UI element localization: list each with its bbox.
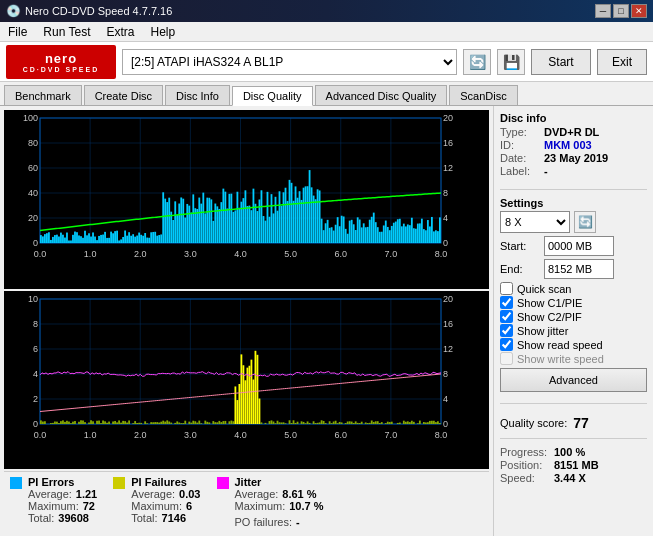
tab-create-disc[interactable]: Create Disc: [84, 85, 163, 105]
speed-label2: Speed:: [500, 472, 550, 484]
progress-section: Progress: 100 % Position: 8151 MB Speed:…: [500, 446, 647, 485]
pi-failures-max-label: Maximum:: [131, 500, 182, 512]
speed-select[interactable]: 8 X 4 X 2 X MAX: [500, 211, 570, 233]
advanced-button[interactable]: Advanced: [500, 368, 647, 392]
menu-bar: File Run Test Extra Help: [0, 22, 653, 42]
close-button[interactable]: ✕: [631, 4, 647, 18]
menu-extra[interactable]: Extra: [102, 24, 138, 40]
svg-rect-0: [10, 477, 22, 489]
show-c2pif-label: Show C2/PIF: [517, 311, 582, 323]
position-label: Position:: [500, 459, 550, 471]
jitter-avg-label: Average:: [235, 488, 279, 500]
main-content: PI Errors Average: 1.21 Maximum: 72 Tota…: [0, 106, 653, 536]
jitter-max-label: Maximum:: [235, 500, 286, 512]
tab-advanced-disc-quality[interactable]: Advanced Disc Quality: [315, 85, 448, 105]
quick-scan-row: Quick scan: [500, 282, 647, 295]
quality-score-value: 77: [573, 415, 589, 431]
end-mb-row: End:: [500, 259, 647, 279]
pi-errors-max-label: Maximum:: [28, 500, 79, 512]
disc-info-title: Disc info: [500, 112, 647, 124]
show-write-speed-checkbox[interactable]: [500, 352, 513, 365]
show-c1pie-label: Show C1/PIE: [517, 297, 582, 309]
jitter-label: Jitter: [235, 476, 324, 488]
disc-id-label: ID:: [500, 139, 540, 151]
app-icon: 💿: [6, 4, 21, 18]
menu-help[interactable]: Help: [147, 24, 180, 40]
pi-failures-label: PI Failures: [131, 476, 200, 488]
pi-failures-stats: PI Failures Average: 0.03 Maximum: 6 Tot…: [113, 476, 200, 528]
minimize-button[interactable]: ─: [595, 4, 611, 18]
progress-row: Progress: 100 %: [500, 446, 647, 458]
pi-errors-total-val: 39608: [58, 512, 89, 524]
tab-scan-disc[interactable]: ScanDisc: [449, 85, 517, 105]
speed-refresh-icon[interactable]: 🔄: [574, 211, 596, 233]
settings-title: Settings: [500, 197, 647, 209]
pi-errors-total-label: Total:: [28, 512, 54, 524]
chart1-container: [4, 110, 489, 289]
right-panel: Disc info Type: DVD+R DL ID: MKM 003 Dat…: [493, 106, 653, 536]
jitter-max-val: 10.7 %: [289, 500, 323, 512]
charts-area: PI Errors Average: 1.21 Maximum: 72 Tota…: [0, 106, 493, 536]
disc-type-label: Type:: [500, 126, 540, 138]
disc-label-label: Label:: [500, 165, 540, 177]
divider3: [500, 438, 647, 439]
start-button[interactable]: Start: [531, 49, 591, 75]
position-row: Position: 8151 MB: [500, 459, 647, 471]
disc-date-row: Date: 23 May 2019: [500, 152, 647, 164]
drive-select[interactable]: [2:5] ATAPI iHAS324 A BL1P: [122, 49, 457, 75]
pi-failures-total-val: 7146: [162, 512, 186, 524]
jitter-avg-val: 8.61 %: [282, 488, 316, 500]
show-jitter-checkbox[interactable]: [500, 324, 513, 337]
start-mb-row: Start:: [500, 236, 647, 256]
end-mb-input[interactable]: [544, 259, 614, 279]
tab-disc-quality[interactable]: Disc Quality: [232, 86, 313, 106]
start-mb-label: Start:: [500, 240, 540, 252]
po-failures-val: -: [296, 516, 300, 528]
chart2-container: [4, 291, 489, 470]
maximize-button[interactable]: □: [613, 4, 629, 18]
svg-rect-2: [217, 477, 229, 489]
divider1: [500, 189, 647, 190]
quality-score-row: Quality score: 77: [500, 415, 647, 431]
speed-row: 8 X 4 X 2 X MAX 🔄: [500, 211, 647, 233]
speed-row2: Speed: 3.44 X: [500, 472, 647, 484]
disc-id-value: MKM 003: [544, 139, 592, 151]
pi-errors-label: PI Errors: [28, 476, 97, 488]
disc-date-value: 23 May 2019: [544, 152, 608, 164]
title-bar-text: Nero CD-DVD Speed 4.7.7.16: [25, 5, 172, 17]
divider2: [500, 403, 647, 404]
po-failures-label: PO failures:: [235, 516, 292, 528]
quick-scan-checkbox[interactable]: [500, 282, 513, 295]
jitter-legend: [217, 477, 229, 489]
show-c1pie-row: Show C1/PIE: [500, 296, 647, 309]
start-mb-input[interactable]: [544, 236, 614, 256]
chart2-canvas: [4, 291, 469, 446]
speed-value2: 3.44 X: [554, 472, 586, 484]
nero-logo-text: nero: [45, 51, 77, 66]
tab-benchmark[interactable]: Benchmark: [4, 85, 82, 105]
pi-errors-max-val: 72: [83, 500, 95, 512]
disc-date-label: Date:: [500, 152, 540, 164]
show-c1pie-checkbox[interactable]: [500, 296, 513, 309]
pi-errors-avg-label: Average:: [28, 488, 72, 500]
disc-info-section: Disc info Type: DVD+R DL ID: MKM 003 Dat…: [500, 112, 647, 178]
tabs: Benchmark Create Disc Disc Info Disc Qua…: [0, 82, 653, 106]
exit-button[interactable]: Exit: [597, 49, 647, 75]
menu-file[interactable]: File: [4, 24, 31, 40]
position-value: 8151 MB: [554, 459, 599, 471]
save-button[interactable]: 💾: [497, 49, 525, 75]
show-read-speed-checkbox[interactable]: [500, 338, 513, 351]
toolbar: nero CD·DVD SPEED [2:5] ATAPI iHAS324 A …: [0, 42, 653, 82]
pi-failures-avg-val: 0.03: [179, 488, 200, 500]
menu-run-test[interactable]: Run Test: [39, 24, 94, 40]
tab-disc-info[interactable]: Disc Info: [165, 85, 230, 105]
stats-bar: PI Errors Average: 1.21 Maximum: 72 Tota…: [4, 471, 489, 532]
svg-rect-1: [113, 477, 125, 489]
quick-scan-label: Quick scan: [517, 283, 571, 295]
show-c2pif-checkbox[interactable]: [500, 310, 513, 323]
disc-type-value: DVD+R DL: [544, 126, 599, 138]
refresh-button[interactable]: 🔄: [463, 49, 491, 75]
pi-failures-max-val: 6: [186, 500, 192, 512]
show-c2pif-row: Show C2/PIF: [500, 310, 647, 323]
show-write-speed-row: Show write speed: [500, 352, 647, 365]
